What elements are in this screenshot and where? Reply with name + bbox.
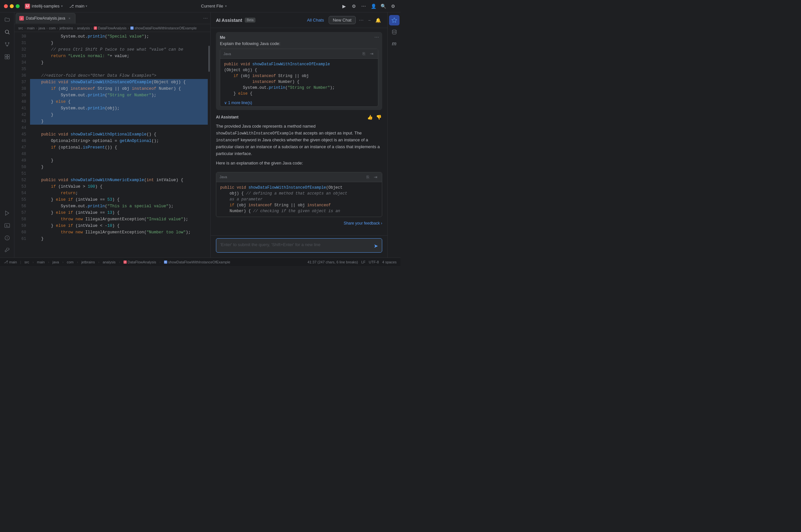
- close-button[interactable]: [4, 4, 8, 8]
- status-indent[interactable]: 4 spaces: [381, 260, 398, 264]
- vertical-scrollbar[interactable]: [208, 32, 211, 258]
- ai-title: AI Assistant: [216, 18, 242, 23]
- status-method[interactable]: m showDataFlowWithInstanceOfExample: [163, 260, 232, 264]
- ai-notification-icon[interactable]: 🔔: [374, 16, 382, 24]
- person-icon[interactable]: 👤: [370, 3, 377, 10]
- status-jetbrains[interactable]: jetbrains: [80, 260, 96, 264]
- branch-name[interactable]: ⎇ main ▾: [69, 4, 87, 8]
- rs-m-icon[interactable]: m: [389, 39, 400, 49]
- sidebar-icon-folder[interactable]: [1, 14, 13, 25]
- rs-ai-icon[interactable]: [389, 15, 400, 25]
- breadcrumb-bar: src › main › java › com › jetbrains › an…: [14, 24, 211, 32]
- tab-dataflowanalysis[interactable]: J DataFlowAnalysis.java ×: [16, 13, 75, 23]
- sidebar-icon-problems[interactable]: [1, 232, 13, 244]
- ai-response-header: AI Assistant 👍 👎: [216, 114, 382, 120]
- minimize-button[interactable]: [10, 4, 14, 8]
- copy-icon[interactable]: ⎘: [361, 51, 366, 57]
- rs-db-icon[interactable]: [389, 27, 400, 37]
- git-branch: main: [9, 260, 17, 264]
- ai-input-field[interactable]: [216, 238, 382, 253]
- ai-chat[interactable]: Me Explain the following Java code: ⋯ Ja…: [211, 28, 387, 235]
- all-chats-button[interactable]: All Chats: [305, 16, 327, 24]
- ai-expand-icon[interactable]: ⇥: [372, 174, 379, 180]
- thumbs-down-icon[interactable]: 👎: [375, 114, 382, 120]
- run-icon[interactable]: ▶: [340, 3, 348, 10]
- status-src[interactable]: src: [23, 260, 31, 264]
- status-com[interactable]: com: [65, 260, 75, 264]
- code-line-60: throw new IllegalArgumentException("Numb…: [30, 229, 208, 236]
- ai-code-block: Java ⎘ ⇥ public void showDataFlowWithIns…: [216, 172, 382, 217]
- message-more-icon[interactable]: ⋯: [375, 35, 379, 40]
- ai-response: AI Assistant 👍 👎 The provided Java code …: [216, 114, 382, 227]
- user-code-block: Java ⎘ ⇥ public void showDataFlowWithIns…: [220, 49, 378, 107]
- status-indent-label: 4 spaces: [382, 260, 397, 264]
- breadcrumb-com[interactable]: com: [49, 26, 56, 30]
- breadcrumb-analysis[interactable]: analysis: [77, 26, 90, 30]
- ai-minimize-icon[interactable]: −: [367, 16, 372, 24]
- tab-bar: J DataFlowAnalysis.java × ⋯: [14, 13, 211, 24]
- code-line-56: System.out.println("This is a special va…: [30, 203, 208, 210]
- ai-input-wrapper: ➤: [216, 238, 382, 253]
- right-sidebar: m: [387, 13, 401, 258]
- status-analysis-label: analysis: [103, 260, 116, 264]
- maximize-button[interactable]: [16, 4, 20, 8]
- code-lang-label: Java: [223, 52, 231, 56]
- status-line-sep[interactable]: LF: [360, 260, 367, 264]
- code-line-41: System.out.println(obj);: [30, 105, 208, 112]
- status-position[interactable]: 41:37 (247 chars, 6 line breaks): [306, 260, 359, 264]
- status-encoding[interactable]: UTF-8: [367, 260, 380, 264]
- breadcrumb-main[interactable]: main: [27, 26, 35, 30]
- breadcrumb-java[interactable]: java: [39, 26, 45, 30]
- svg-point-20: [392, 30, 396, 31]
- feedback-link[interactable]: Share your feedback ›: [216, 220, 382, 227]
- status-git[interactable]: ⎇ main: [3, 260, 18, 264]
- sidebar-icon-search[interactable]: [1, 26, 13, 38]
- sidebar-icon-tools[interactable]: [1, 245, 13, 256]
- tab-close-icon[interactable]: ×: [67, 16, 72, 21]
- svg-rect-12: [7, 57, 9, 59]
- svg-point-3: [8, 42, 9, 43]
- project-name[interactable]: IJ intellij-samples ▾: [25, 4, 63, 9]
- new-chat-button[interactable]: New Chat: [329, 16, 356, 24]
- status-java[interactable]: java: [51, 260, 60, 264]
- tab-file-icon: J: [19, 16, 24, 21]
- sidebar-icon-plugins[interactable]: [1, 51, 13, 63]
- project-icon: IJ: [25, 4, 30, 9]
- breadcrumb-dataflowanalysis[interactable]: J DataFlowAnalysis: [94, 26, 126, 30]
- code-lines[interactable]: System.out.println("Special value"); } /…: [30, 32, 208, 258]
- status-jetbrains-label: jetbrains: [81, 260, 95, 264]
- more-icon[interactable]: ⋯: [360, 3, 367, 10]
- svg-rect-11: [5, 57, 7, 59]
- ai-response-text: The provided Java code represents a meth…: [216, 123, 382, 157]
- tab-more-icon[interactable]: ⋯: [202, 14, 209, 22]
- breadcrumb-src[interactable]: src: [18, 26, 23, 30]
- code-block-header: Java ⎘ ⇥: [220, 49, 378, 59]
- ai-more-icon[interactable]: ⋯: [358, 16, 365, 24]
- thumbs-up-icon[interactable]: 👍: [366, 114, 374, 120]
- status-analysis[interactable]: analysis: [101, 260, 117, 264]
- scrollbar-thumb[interactable]: [208, 46, 210, 72]
- current-file-button[interactable]: Current File ▾: [198, 3, 229, 10]
- code-line-45: public void showDataFlowWithOptionalExam…: [30, 131, 208, 138]
- code-line-35: [30, 66, 208, 73]
- status-file[interactable]: J DataFlowAnalysis: [122, 260, 158, 264]
- settings-icon[interactable]: ⚙: [350, 3, 358, 10]
- ai-copy-icon[interactable]: ⎘: [365, 174, 370, 180]
- breadcrumb-method[interactable]: m showDataFlowWithInstanceOfExample: [130, 26, 197, 30]
- more-lines-button[interactable]: ∨ 1 more line(s): [220, 99, 378, 107]
- sidebar-icon-terminal[interactable]: [1, 220, 13, 231]
- search-icon[interactable]: 🔍: [380, 3, 387, 10]
- breadcrumb-jetbrains[interactable]: jetbrains: [59, 26, 73, 30]
- sidebar-icon-git[interactable]: [1, 39, 13, 50]
- expand-icon[interactable]: ⇥: [368, 51, 375, 57]
- ai-send-button[interactable]: ➤: [372, 242, 380, 250]
- gear-icon[interactable]: ⚙: [389, 3, 397, 10]
- status-main[interactable]: main: [36, 260, 46, 264]
- svg-marker-19: [392, 18, 397, 22]
- ai-response-actions: 👍 👎: [366, 114, 382, 120]
- code-container[interactable]: 3031323334 3536373839 4041424344 4546474…: [14, 32, 211, 258]
- code-block-body: public void showDataFlowWithInstanceOfEx…: [220, 59, 378, 99]
- ai-code-block-body: public void showDataFlowWithInstanceOfEx…: [216, 182, 382, 217]
- code-line-30: System.out.println("Special value");: [30, 33, 208, 40]
- sidebar-icon-run[interactable]: [1, 207, 13, 219]
